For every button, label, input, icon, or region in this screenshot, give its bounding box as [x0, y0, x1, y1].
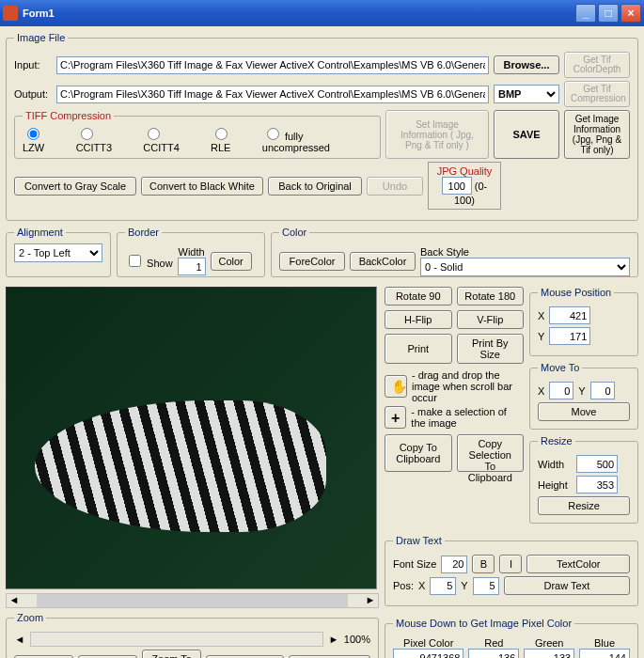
horizontal-scrollbar[interactable]: ◄► [6, 593, 379, 608]
browse-button[interactable]: Browse... [494, 55, 559, 74]
alignment-select[interactable]: 2 - Top Left [14, 243, 102, 262]
get-tif-colordepth-button[interactable]: Get Tif ColorDepth [564, 52, 630, 78]
print-by-size-button[interactable]: Print By Size [457, 334, 525, 364]
convert-gray-button[interactable]: Convert to Gray Scale [14, 177, 136, 196]
resize-group: Resize Width Height Resize [529, 435, 638, 524]
minimize-button[interactable]: _ [575, 4, 596, 23]
text-color-button[interactable]: TextColor [526, 555, 630, 573]
get-image-info-button[interactable]: Get Image Information (Jpg, Png & Tif on… [564, 110, 630, 159]
move-x-input[interactable] [549, 382, 573, 400]
tiff-uncompressed[interactable]: fully uncompressed [262, 125, 372, 153]
backcolor-button[interactable]: BackColor [350, 252, 416, 271]
jpg-quality-input[interactable] [442, 177, 472, 195]
vflip-button[interactable]: V-Flip [457, 310, 525, 329]
pixel-red [468, 649, 519, 658]
backstyle-select[interactable]: 0 - Solid [420, 258, 630, 276]
rotate180-button[interactable]: Rotate 180 [457, 287, 525, 306]
zoom-slider[interactable] [30, 632, 323, 647]
tiff-lzw[interactable]: LZW [23, 125, 67, 153]
zoom-slider-right[interactable]: ► [328, 634, 339, 645]
get-tif-compression-button[interactable]: Get Tif Compression [564, 81, 630, 107]
move-to-group: Move To X Y Move [529, 362, 638, 430]
tiff-ccitt4[interactable]: CCITT4 [143, 125, 201, 153]
draw-text-group: Draw Text Font Size B I TextColor Pos: X… [385, 535, 638, 606]
hflip-button[interactable]: H-Flip [385, 310, 452, 329]
input-path[interactable] [56, 56, 489, 74]
window-title: Form1 [23, 8, 55, 19]
convert-bw-button[interactable]: Convert to Black White [141, 177, 263, 196]
tiff-compression-group: TIFF Compression LZW CCITT3 CCITT4 RLE f… [14, 110, 381, 159]
copy-clipboard-button[interactable]: Copy To Clipboard [385, 434, 452, 472]
maximize-button[interactable]: □ [598, 4, 619, 23]
zoom-fit-button[interactable]: Zoom To Fit [142, 650, 201, 658]
mouse-position-group: Mouse Position X Y [529, 287, 638, 356]
move-y-input[interactable] [590, 382, 615, 400]
copy-selection-clipboard-button[interactable]: Copy Selection To Clipboard [457, 434, 525, 472]
image-preview[interactable] [6, 287, 377, 589]
jpg-quality-box: JPG Quality (0-100) [428, 162, 501, 210]
output-path[interactable] [56, 86, 489, 103]
border-width-input[interactable] [178, 258, 206, 275]
font-size-input[interactable] [441, 556, 467, 573]
back-original-button[interactable]: Back to Original [268, 177, 362, 196]
resize-button[interactable]: Resize [538, 496, 630, 515]
color-group: Color ForeColor BackColor Back Style 0 -… [271, 227, 638, 277]
move-button[interactable]: Move [538, 402, 630, 421]
print-button[interactable]: Print [385, 334, 452, 364]
draw-text-button[interactable]: Draw Text [504, 576, 630, 595]
titlebar: Form1 _ □ × [0, 0, 644, 26]
tiff-ccitt3[interactable]: CCITT3 [76, 125, 134, 153]
drag-icon[interactable]: ✋ [385, 375, 407, 398]
pixel-blue [579, 649, 630, 658]
save-button[interactable]: SAVE [494, 110, 559, 159]
mouse-y [549, 327, 590, 345]
select-icon[interactable]: + [385, 406, 406, 429]
border-group: Border Show Width Color [117, 227, 265, 277]
mouse-x [549, 306, 590, 324]
rotate90-button[interactable]: Rotate 90 [385, 287, 452, 306]
format-select[interactable]: BMP [494, 85, 559, 103]
bold-button[interactable]: B [472, 555, 495, 573]
set-image-info-button[interactable]: Set Image Information ( Jpg, Png & Tif o… [385, 110, 489, 159]
border-color-button[interactable]: Color [211, 252, 252, 271]
app-icon [3, 6, 18, 21]
forecolor-button[interactable]: ForeColor [279, 252, 345, 271]
resize-height-input[interactable] [576, 476, 618, 494]
resize-width-input[interactable] [576, 455, 618, 473]
zoom-group: Zoom ◄ ► 100% Zoom In Zoom Out Zoom To F… [6, 612, 379, 658]
border-show[interactable]: Show [125, 252, 173, 270]
alignment-group: Alignment 2 - Top Left [6, 227, 111, 277]
draw-x-input[interactable] [430, 577, 456, 595]
image-file-group: Image File Input: Browse... Get Tif Colo… [6, 32, 638, 221]
pixel-green [524, 649, 574, 658]
close-button[interactable]: × [620, 4, 641, 23]
zoom-slider-left[interactable]: ◄ [14, 634, 25, 645]
tiff-rle[interactable]: RLE [211, 125, 253, 153]
pixel-color-value [393, 649, 463, 658]
draw-y-input[interactable] [473, 577, 499, 595]
pixel-color-group: Mouse Down to Get Image Pixel Color Pixe… [385, 618, 638, 658]
italic-button[interactable]: I [499, 555, 522, 573]
undo-button[interactable]: Undo [367, 177, 423, 196]
